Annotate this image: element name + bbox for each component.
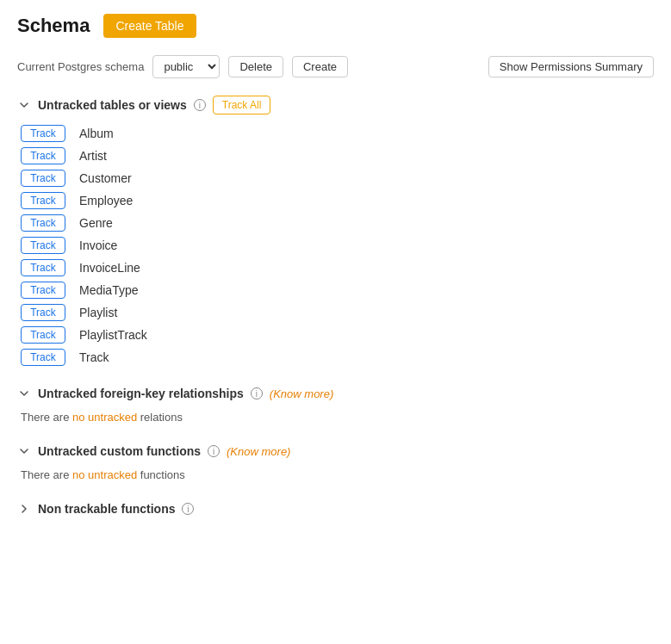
- non-trackable-title: Non trackable functions: [38, 502, 175, 516]
- page-title: Schema: [17, 15, 90, 37]
- table-name-mediatype: MediaType: [79, 283, 138, 297]
- functions-know-more-link[interactable]: (Know more): [227, 445, 290, 458]
- untracked-functions-section: Untracked custom functions i (Know more)…: [17, 444, 654, 481]
- create-button[interactable]: Create: [292, 56, 348, 77]
- functions-empty-after: functions: [137, 468, 185, 481]
- table-name-artist: Artist: [79, 149, 107, 163]
- table-row: Track Invoice: [21, 237, 654, 254]
- track-all-button[interactable]: Track All: [213, 96, 271, 115]
- track-playlist-button[interactable]: Track: [21, 304, 65, 321]
- table-row: Track Genre: [21, 214, 654, 232]
- table-name-invoice: Invoice: [79, 238, 117, 252]
- table-name-track: Track: [79, 350, 109, 364]
- fk-empty-before: There are: [21, 411, 72, 424]
- track-track-button[interactable]: Track: [21, 349, 65, 366]
- track-employee-button[interactable]: Track: [21, 192, 65, 209]
- delete-button[interactable]: Delete: [228, 56, 283, 77]
- table-name-playlisttrack: PlaylistTrack: [79, 328, 147, 342]
- untracked-tables-section: Untracked tables or views i Track All Tr…: [17, 96, 654, 366]
- functions-empty-highlight: no untracked: [72, 468, 137, 481]
- table-row: Track Employee: [21, 192, 654, 209]
- table-name-album: Album: [79, 127, 114, 140]
- schema-bar: Current Postgres schema public private D…: [17, 55, 654, 78]
- track-customer-button[interactable]: Track: [21, 170, 65, 187]
- schema-select[interactable]: public private: [152, 55, 220, 78]
- table-name-employee: Employee: [79, 194, 133, 207]
- table-name-genre: Genre: [79, 216, 113, 230]
- track-playlisttrack-button[interactable]: Track: [21, 326, 65, 344]
- page-header: Schema Create Table: [17, 14, 654, 38]
- table-name-playlist: Playlist: [79, 306, 117, 319]
- untracked-functions-header: Untracked custom functions i (Know more): [17, 444, 654, 458]
- chevron-nontrackable-right-icon[interactable]: [17, 502, 31, 516]
- table-row: Track Album: [21, 125, 654, 142]
- chevron-functions-down-icon[interactable]: [17, 444, 31, 458]
- functions-empty-before: There are: [21, 468, 72, 481]
- track-genre-button[interactable]: Track: [21, 214, 65, 232]
- non-trackable-info-icon[interactable]: i: [182, 503, 194, 515]
- untracked-tables-info-icon[interactable]: i: [194, 99, 206, 111]
- functions-empty-text: There are no untracked functions: [17, 468, 654, 481]
- fk-empty-highlight: no untracked: [72, 411, 137, 424]
- non-trackable-section: Non trackable functions i: [17, 502, 654, 516]
- untracked-tables-header: Untracked tables or views i Track All: [17, 96, 654, 115]
- track-invoiceline-button[interactable]: Track: [21, 259, 65, 276]
- table-row: Track InvoiceLine: [21, 259, 654, 276]
- table-row: Track Track: [21, 349, 654, 366]
- untracked-fk-header: Untracked foreign-key relationships i (K…: [17, 387, 654, 400]
- untracked-fk-info-icon[interactable]: i: [251, 387, 263, 399]
- track-artist-button[interactable]: Track: [21, 147, 65, 164]
- table-name-customer: Customer: [79, 171, 132, 185]
- table-row: Track Artist: [21, 147, 654, 164]
- chevron-fk-down-icon[interactable]: [17, 387, 31, 400]
- fk-empty-text: There are no untracked relations: [17, 411, 654, 424]
- track-album-button[interactable]: Track: [21, 125, 65, 142]
- fk-empty-after: relations: [137, 411, 183, 424]
- table-row: Track Customer: [21, 170, 654, 187]
- untracked-tables-list: Track Album Track Artist Track Customer …: [17, 125, 654, 366]
- create-table-button[interactable]: Create Table: [103, 14, 196, 38]
- table-name-invoiceline: InvoiceLine: [79, 261, 140, 275]
- untracked-fk-section: Untracked foreign-key relationships i (K…: [17, 387, 654, 424]
- fk-know-more-link[interactable]: (Know more): [270, 387, 333, 400]
- non-trackable-header: Non trackable functions i: [17, 502, 654, 516]
- track-mediatype-button[interactable]: Track: [21, 282, 65, 299]
- untracked-fk-title: Untracked foreign-key relationships: [38, 387, 244, 400]
- chevron-down-icon[interactable]: [17, 98, 31, 112]
- table-row: Track PlaylistTrack: [21, 326, 654, 344]
- untracked-tables-title: Untracked tables or views: [38, 98, 187, 112]
- table-row: Track Playlist: [21, 304, 654, 321]
- untracked-functions-title: Untracked custom functions: [38, 444, 201, 458]
- schema-label: Current Postgres schema: [17, 60, 144, 73]
- untracked-functions-info-icon[interactable]: i: [208, 445, 220, 457]
- table-row: Track MediaType: [21, 282, 654, 299]
- permissions-summary-button[interactable]: Show Permissions Summary: [488, 56, 654, 77]
- track-invoice-button[interactable]: Track: [21, 237, 65, 254]
